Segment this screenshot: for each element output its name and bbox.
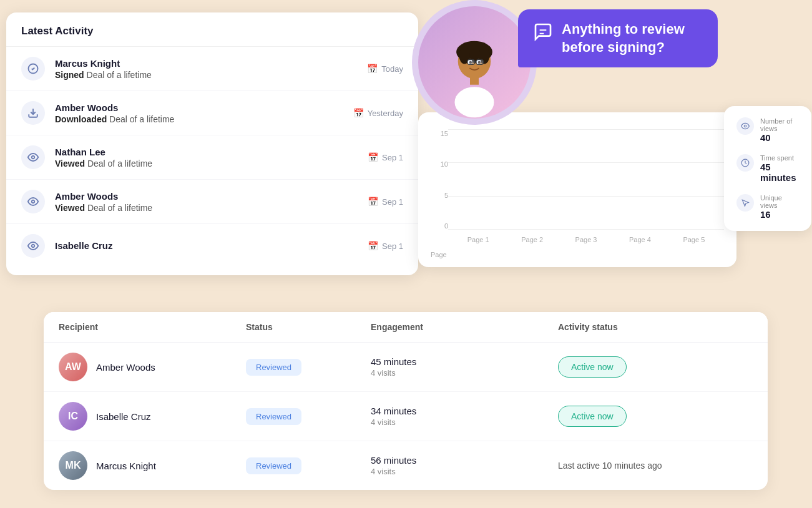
- activity-info: Amber Woods Viewed Deal of a lifetime: [55, 191, 358, 213]
- stat-info-unique: Unique views 16: [760, 194, 799, 220]
- y-label: 10: [441, 160, 448, 168]
- activity-person-name: Nathan Lee: [55, 147, 358, 157]
- status-badge: Reviewed: [246, 359, 301, 376]
- grid-line: [448, 196, 724, 197]
- status-cell: Reviewed: [246, 408, 371, 425]
- chart-grid: [448, 130, 724, 230]
- svg-rect-13: [467, 60, 475, 65]
- chat-bubble-text: Anything to review before signing?: [562, 21, 703, 56]
- activity-item[interactable]: Amber Woods Downloaded Deal of a lifetim…: [6, 91, 418, 135]
- activity-description: Viewed Deal of a lifetime: [55, 159, 358, 169]
- engagement-visits: 4 visits: [371, 368, 558, 378]
- activity-person-name: Marcus Knight: [55, 58, 357, 69]
- header-recipient: Recipient: [59, 322, 246, 332]
- chart-container: 0 5 10 15: [431, 124, 724, 248]
- activity-panel: Latest Activity Marcus Knight Signed Dea…: [6, 12, 418, 275]
- clock-stat-icon: [736, 154, 754, 172]
- activity-date: 📅 Sep 1: [368, 197, 403, 207]
- stat-item-views: Number of views 40: [736, 117, 799, 143]
- recipient-cell: IC Isabelle Cruz: [59, 402, 246, 431]
- table-row[interactable]: IC Isabelle Cruz Reviewed 34 minutes 4 v…: [44, 392, 768, 441]
- calendar-icon: 📅: [367, 64, 378, 74]
- svg-point-4: [32, 245, 35, 248]
- grid-line: [448, 229, 724, 230]
- activity-person-name: Isabelle Cruz: [55, 240, 358, 251]
- activity-status-cell: Active now: [558, 406, 753, 427]
- activity-description: Viewed Deal of a lifetime: [55, 203, 358, 213]
- recipient-name: Isabelle Cruz: [96, 411, 151, 422]
- activity-person-name: Amber Woods: [55, 102, 343, 113]
- eye-stat-icon: [736, 117, 754, 135]
- activity-description: Downloaded Deal of a lifetime: [55, 114, 343, 124]
- status-badge: Reviewed: [246, 408, 301, 425]
- grid-line: [448, 162, 724, 163]
- stat-label: Unique views: [760, 194, 799, 209]
- activity-item[interactable]: Amber Woods Viewed Deal of a lifetime 📅 …: [6, 180, 418, 224]
- x-label: Page 4: [616, 236, 663, 243]
- status-cell: Reviewed: [246, 359, 371, 376]
- activity-item[interactable]: Isabelle Cruz 📅 Sep 1: [6, 224, 418, 268]
- bars-container: [448, 130, 724, 230]
- x-label: Page 2: [508, 236, 555, 243]
- calendar-icon: 📅: [368, 197, 378, 207]
- engagement-minutes: 45 minutes: [371, 356, 558, 367]
- activity-status-cell: Last active 10 minutes ago: [558, 460, 753, 471]
- activity-item[interactable]: Marcus Knight Signed Deal of a lifetime …: [6, 47, 418, 91]
- activity-status-active: Active now: [558, 406, 627, 427]
- stat-value: 16: [760, 209, 799, 220]
- header-activity-status: Activity status: [558, 322, 753, 332]
- download-icon: [21, 101, 45, 125]
- chat-icon: [533, 22, 553, 47]
- stat-info-views: Number of views 40: [760, 117, 799, 143]
- activity-panel-title: Latest Activity: [6, 12, 418, 47]
- stats-panel: Number of views 40 Time spent 45 minutes…: [724, 106, 811, 231]
- x-label: Page 5: [670, 236, 718, 243]
- activity-info: Isabelle Cruz: [55, 240, 358, 252]
- svg-point-18: [744, 125, 746, 127]
- calendar-icon: 📅: [353, 108, 364, 118]
- eye-icon: [21, 190, 45, 213]
- activity-info: Nathan Lee Viewed Deal of a lifetime: [55, 147, 358, 169]
- recipient-name: Amber Woods: [96, 362, 155, 373]
- svg-point-17: [455, 87, 494, 117]
- y-axis: 0 5 10 15: [431, 130, 448, 230]
- activity-person-name: Amber Woods: [55, 191, 358, 202]
- stat-item-unique: Unique views 16: [736, 194, 799, 220]
- activity-date: 📅 Today: [367, 64, 403, 74]
- recipient-avatar-marcus: MK: [59, 451, 87, 480]
- recipient-name: Marcus Knight: [96, 461, 156, 471]
- calendar-icon: 📅: [368, 152, 378, 162]
- engagement-cell: 56 minutes 4 visits: [371, 455, 558, 476]
- eye-icon: [21, 234, 45, 258]
- recipient-avatar-amber: AW: [59, 353, 87, 381]
- stat-value: 45 minutes: [760, 162, 799, 183]
- header-engagement: Engagement: [371, 322, 558, 332]
- status-badge: Reviewed: [246, 457, 301, 474]
- activity-date: 📅 Yesterday: [353, 108, 403, 118]
- activity-item[interactable]: Nathan Lee Viewed Deal of a lifetime 📅 S…: [6, 135, 418, 180]
- chart-card: 0 5 10 15: [418, 112, 736, 267]
- engagement-minutes: 34 minutes: [371, 406, 558, 416]
- avatar-inner: [418, 6, 531, 119]
- table-header: Recipient Status Engagement Activity sta…: [44, 312, 768, 343]
- engagement-minutes: 56 minutes: [371, 455, 558, 466]
- activity-info: Amber Woods Downloaded Deal of a lifetim…: [55, 102, 343, 124]
- activity-status-inactive: Last active 10 minutes ago: [558, 461, 662, 471]
- engagement-visits: 4 visits: [371, 467, 558, 476]
- svg-point-3: [32, 200, 35, 203]
- recipient-cell: AW Amber Woods: [59, 353, 246, 381]
- svg-point-2: [32, 156, 35, 159]
- engagement-cell: 34 minutes 4 visits: [371, 406, 558, 427]
- recipients-table: Recipient Status Engagement Activity sta…: [44, 312, 768, 490]
- status-cell: Reviewed: [246, 457, 371, 474]
- header-status: Status: [246, 322, 371, 332]
- table-row[interactable]: MK Marcus Knight Reviewed 56 minutes 4 v…: [44, 441, 768, 490]
- activity-status-active: Active now: [558, 356, 627, 378]
- stat-label: Number of views: [760, 117, 799, 132]
- calendar-icon: 📅: [368, 241, 378, 251]
- svg-rect-16: [470, 77, 479, 85]
- table-row[interactable]: AW Amber Woods Reviewed 45 minutes 4 vis…: [44, 343, 768, 392]
- stat-label: Time spent: [760, 154, 799, 162]
- svg-rect-14: [476, 60, 484, 65]
- activity-date: 📅 Sep 1: [368, 152, 403, 162]
